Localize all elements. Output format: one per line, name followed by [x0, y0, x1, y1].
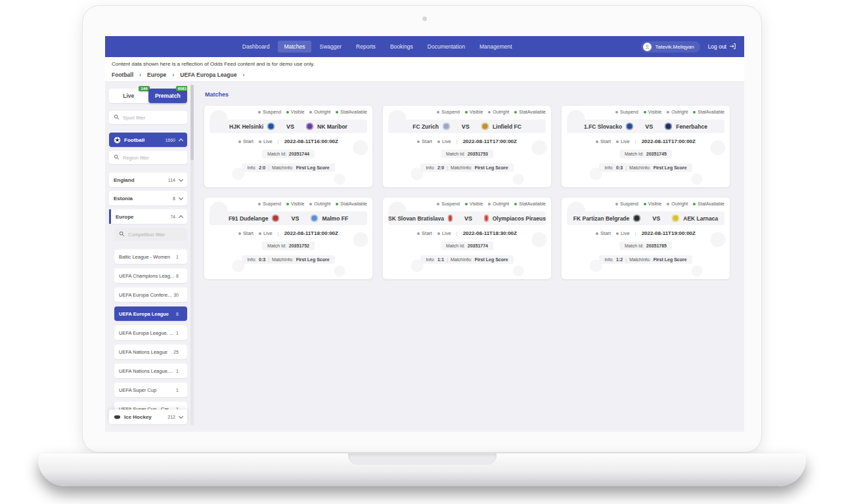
tab-prematch-label: Prematch: [155, 93, 181, 99]
nav-item-swagger[interactable]: Swagger: [314, 41, 348, 52]
region-filter-input[interactable]: [123, 155, 175, 161]
visible-toggle[interactable]: Visible: [644, 110, 662, 114]
live-toggle[interactable]: Live: [437, 138, 451, 144]
tab-live[interactable]: Live 146: [109, 89, 148, 103]
schedule-row: Start Live | 2022-08-11T17:00:00Z: [388, 138, 546, 144]
sidebar-item-football[interactable]: Football 1660: [109, 133, 187, 147]
suspend-toggle[interactable]: Suspend: [258, 201, 281, 206]
suspend-toggle[interactable]: Suspend: [615, 110, 638, 114]
competition-label: UEFA Nations League: [119, 349, 167, 355]
sidebar-item-uefa-nations-league[interactable]: UEFA Nations League 25: [114, 345, 187, 359]
toggle-label: Start: [243, 138, 254, 144]
statavailable-toggle[interactable]: StatAvailable: [336, 201, 367, 206]
status-dot: [259, 140, 261, 143]
sidebar-item-england[interactable]: England 114: [109, 173, 187, 187]
statavailable-toggle[interactable]: StatAvailable: [514, 201, 546, 206]
football-icon: [114, 136, 121, 144]
away-team-name: AEK Larnaca: [683, 215, 718, 222]
sidebar-item-baltic-league-women[interactable]: Baltic League - Women 1: [114, 249, 187, 264]
info-label: Info:: [247, 257, 256, 262]
suspend-toggle[interactable]: Suspend: [615, 201, 638, 206]
matchinfo-value: First Leg Score: [296, 257, 330, 262]
prematch-count-badge: 6581: [176, 86, 187, 91]
live-toggle[interactable]: Live: [616, 230, 630, 236]
live-toggle[interactable]: Live: [259, 138, 273, 144]
tab-prematch[interactable]: Prematch 6581: [148, 89, 188, 103]
sidebar-item-uefa-nations-league-2[interactable]: UEFA Nations League.... 1: [114, 364, 187, 378]
sidebar-item-estonia[interactable]: Estonia 8: [109, 191, 187, 205]
start-toggle[interactable]: Start: [596, 138, 611, 144]
teams-row: 1.FC Slovacko VS Fenerbahce: [567, 119, 724, 133]
nav-item-dashboard[interactable]: Dashboard: [236, 41, 276, 52]
statavailable-toggle[interactable]: StatAvailable: [336, 110, 367, 114]
user-pill[interactable]: Tatevik.Meliqyan: [641, 41, 700, 52]
sidebar-item-uefa-champions-league[interactable]: UEFA Champions Leag... 6: [114, 268, 187, 283]
visible-toggle[interactable]: Visible: [286, 110, 305, 114]
nav-item-bookings[interactable]: Bookings: [384, 41, 419, 52]
vs-label: VS: [462, 123, 470, 130]
sidebar-item-ice-hockey[interactable]: Ice Hockey 212: [109, 410, 187, 424]
start-toggle[interactable]: Start: [417, 138, 432, 144]
competition-label: UEFA Nations League....: [119, 368, 173, 374]
visible-toggle[interactable]: Visible: [644, 201, 662, 206]
ice-hockey-count: 212: [167, 415, 179, 419]
breadcrumb-europe[interactable]: Europe: [147, 72, 166, 78]
nav-item-management[interactable]: Management: [474, 41, 518, 52]
outright-toggle[interactable]: Outright: [667, 110, 688, 114]
outright-toggle[interactable]: Outright: [667, 201, 688, 206]
suspend-toggle[interactable]: Suspend: [258, 110, 281, 114]
match-card: Suspend Visible Outright StatAvailable F…: [204, 197, 373, 280]
away-team-name: Olympiacos Piraeus: [493, 215, 546, 222]
outright-toggle[interactable]: Outright: [488, 201, 509, 206]
sidebar-item-uefa-europa-conference[interactable]: UEFA Europa Confere... 30: [114, 287, 187, 302]
visible-toggle[interactable]: Visible: [465, 110, 483, 114]
sidebar-item-uefa-europa-league[interactable]: UEFA Europa League 6: [114, 306, 187, 321]
breadcrumb-sep-icon: ›: [139, 72, 141, 78]
separator: |: [635, 230, 636, 236]
info-label: Info:: [604, 257, 613, 262]
nav-item-documentation[interactable]: Documentation: [422, 41, 471, 52]
status-dot: [514, 203, 517, 205]
status-toggles: Suspend Visible Outright StatAvailable: [567, 201, 724, 206]
live-toggle[interactable]: Live: [259, 230, 273, 236]
statavailable-toggle[interactable]: StatAvailable: [514, 110, 546, 114]
match-id-label: Match Id:: [625, 243, 644, 248]
outright-toggle[interactable]: Outright: [309, 110, 330, 114]
sidebar-item-europe[interactable]: Europe 74: [109, 209, 187, 224]
nav-item-reports[interactable]: Reports: [350, 41, 382, 52]
search-icon: [114, 114, 120, 121]
breadcrumb-uefa-europa-league[interactable]: UEFA Europa League: [180, 72, 236, 78]
match-card: Suspend Visible Outright StatAvailable H…: [204, 105, 373, 188]
top-nav: Dashboard Matches Swagger Reports Bookin…: [105, 36, 744, 57]
outright-toggle[interactable]: Outright: [488, 110, 509, 114]
visible-toggle[interactable]: Visible: [465, 201, 483, 206]
region-label: Europe: [116, 214, 134, 220]
statavailable-toggle[interactable]: StatAvailable: [693, 201, 724, 206]
nav-item-matches[interactable]: Matches: [278, 41, 311, 52]
status-dot: [258, 111, 261, 114]
sidebar-scrollbar-thumb[interactable]: [190, 85, 194, 160]
competition-filter: [114, 228, 187, 241]
suspend-toggle[interactable]: Suspend: [437, 110, 460, 114]
start-toggle[interactable]: Start: [238, 230, 254, 236]
competition-filter-input[interactable]: [128, 232, 181, 238]
visible-toggle[interactable]: Visible: [286, 201, 305, 206]
suspend-toggle[interactable]: Suspend: [437, 201, 460, 206]
logout-button[interactable]: Log out: [708, 43, 736, 51]
info-value: 2:0: [437, 165, 444, 170]
statavailable-toggle[interactable]: StatAvailable: [693, 110, 724, 114]
status-label: Outright: [671, 201, 688, 206]
sport-filter-input[interactable]: [123, 115, 175, 121]
start-toggle[interactable]: Start: [596, 230, 611, 236]
live-toggle[interactable]: Live: [616, 138, 630, 144]
live-toggle[interactable]: Live: [437, 230, 451, 236]
outright-toggle[interactable]: Outright: [309, 201, 330, 206]
breadcrumb-football[interactable]: Football: [112, 72, 133, 78]
matchinfo-value: First Leg Score: [296, 165, 330, 170]
breadcrumb-sep-icon: ›: [172, 72, 174, 78]
sidebar-item-uefa-europa-league-2[interactable]: UEFA Europa League. ... 1: [114, 326, 187, 340]
sidebar-item-uefa-super-cup[interactable]: UEFA Super Cup 1: [114, 383, 187, 397]
start-toggle[interactable]: Start: [238, 138, 254, 144]
start-toggle[interactable]: Start: [417, 230, 432, 236]
match-id: Match Id:20351752: [262, 242, 315, 250]
